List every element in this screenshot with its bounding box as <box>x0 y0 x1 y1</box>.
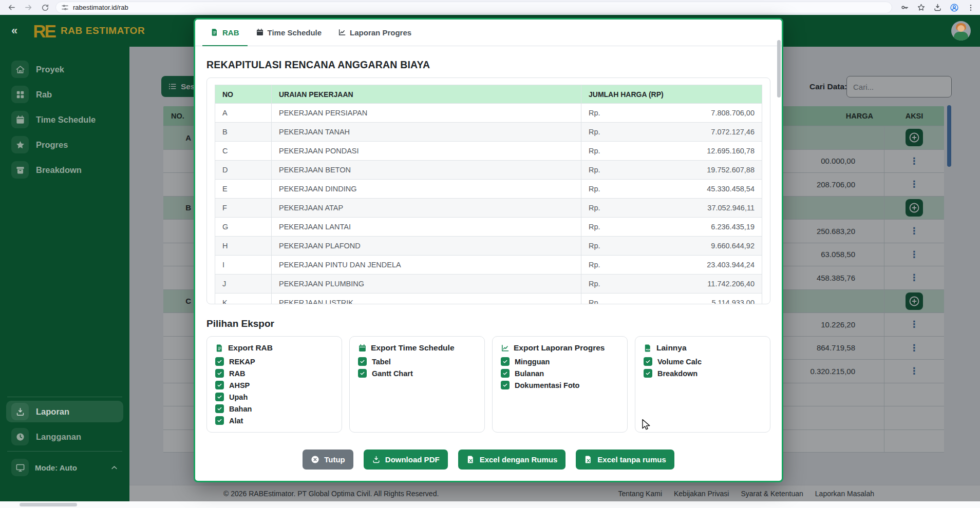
checkbox-checked[interactable] <box>215 393 224 401</box>
checkbox-checked[interactable] <box>215 381 224 389</box>
export-option-alat[interactable]: Alat <box>215 416 333 425</box>
checkbox-checked[interactable] <box>501 369 510 378</box>
reload-icon[interactable] <box>41 4 49 12</box>
export-modal: RABTime ScheduleLaporan Progres REKAPITU… <box>194 18 783 482</box>
rekap-no: G <box>215 218 272 237</box>
checkbox-checked[interactable] <box>215 369 224 378</box>
rekap-uraian: PEKERJAAN PERSIAPAN <box>272 104 581 123</box>
export-option-dokumentasi-foto[interactable]: Dokumentasi Foto <box>501 381 619 389</box>
app-logo: RE RAB ESTIMATOR <box>33 22 145 40</box>
export-option-gantt-chart[interactable]: Gantt Chart <box>358 369 476 378</box>
checkbox-checked[interactable] <box>215 416 224 425</box>
excel-dengan-rumus-button[interactable]: Excel dengan Rumus <box>458 450 566 470</box>
checkbox-checked[interactable] <box>358 369 367 378</box>
checkbox-checked[interactable] <box>501 357 510 366</box>
checkbox-checked[interactable] <box>644 357 652 366</box>
tab-time-schedule[interactable]: Time Schedule <box>248 19 330 46</box>
sidebar-item-progres[interactable]: Progres <box>6 134 123 155</box>
sidebar-item-rab[interactable]: Rab <box>6 84 123 105</box>
export-option-rab[interactable]: RAB <box>215 369 333 378</box>
rekap-row: BPEKERJAAN TANAHRp.7.072.127,46 <box>215 123 762 142</box>
user-avatar[interactable] <box>951 21 971 41</box>
checkbox-checked[interactable] <box>215 357 224 366</box>
calendar-green-icon <box>358 344 367 353</box>
tab-laporan-progres[interactable]: Laporan Progres <box>330 19 420 46</box>
horizontal-scrollbar-thumb[interactable] <box>20 503 77 506</box>
export-option-upah[interactable]: Upah <box>215 393 333 401</box>
star-icon <box>15 140 25 150</box>
chart-green-icon <box>501 344 510 353</box>
check-icon <box>217 418 222 423</box>
export-card-lainnya: PDFLainnyaVolume CalcBreakdown <box>635 336 770 433</box>
checkbox-checked[interactable] <box>644 369 652 378</box>
rekap-uraian: PEKERJAAN ATAP <box>272 199 581 218</box>
option-label: AHSP <box>229 381 250 389</box>
forward-icon[interactable] <box>24 3 33 12</box>
sidebar-collapse-icon[interactable]: « <box>11 25 17 36</box>
site-settings-icon[interactable] <box>61 4 69 11</box>
password-key-icon[interactable] <box>900 3 909 12</box>
checkbox-checked[interactable] <box>358 357 367 366</box>
export-option-rekap[interactable]: REKAP <box>215 357 333 366</box>
rekap-jumlah: Rp.12.695.160,78 <box>581 142 762 161</box>
check-icon <box>217 394 222 400</box>
sidebar-item-langganan[interactable]: Langganan <box>6 426 123 447</box>
checkbox-checked[interactable] <box>215 404 224 413</box>
sidebar: ProyekRabTime ScheduleProgresBreakdown L… <box>0 47 129 501</box>
check-icon <box>360 370 365 376</box>
option-label: Breakdown <box>657 369 698 378</box>
sidebar-item-time-schedule[interactable]: Time Schedule <box>6 109 123 130</box>
x-circle-icon <box>311 455 319 464</box>
rekap-no: H <box>215 237 272 256</box>
rekap-no: D <box>215 161 272 180</box>
address-bar[interactable]: rabestimator.id/rab <box>55 2 892 13</box>
modal-scrollbar-thumb[interactable] <box>777 40 781 97</box>
tutup-button[interactable]: Tutup <box>303 450 353 470</box>
tab-rab[interactable]: RAB <box>202 19 248 46</box>
export-option-volume-calc[interactable]: Volume Calc <box>644 357 762 366</box>
check-icon <box>217 382 222 388</box>
option-label: Bahan <box>229 405 252 413</box>
rekap-jumlah: Rp.5.114.933,00 <box>581 294 762 305</box>
rekap-row: KPEKERJAAN LISTRIKRp.5.114.933,00 <box>215 294 762 305</box>
button-label: Tutup <box>324 455 345 464</box>
option-label: Bulanan <box>515 369 544 378</box>
bookmark-star-icon[interactable] <box>917 3 926 12</box>
rekap-row: HPEKERJAAN PLAFONDRp.9.660.644,92 <box>215 237 762 256</box>
browser-menu-icon[interactable] <box>967 4 975 12</box>
export-option-breakdown[interactable]: Breakdown <box>644 369 762 378</box>
button-label: Excel dengan Rumus <box>480 455 558 464</box>
sidebar-item-label: Progres <box>36 140 68 150</box>
rekap-no: K <box>215 294 272 305</box>
export-option-ahsp[interactable]: AHSP <box>215 381 333 389</box>
export-card-title: PDFLainnya <box>644 343 762 353</box>
export-option-tabel[interactable]: Tabel <box>358 357 476 366</box>
excel-icon <box>466 455 475 464</box>
export-option-bahan[interactable]: Bahan <box>215 404 333 413</box>
sidebar-divider <box>7 397 122 397</box>
rekap-row: FPEKERJAAN ATAPRp.37.052.946,11 <box>215 199 762 218</box>
export-option-bulanan[interactable]: Bulanan <box>501 369 619 378</box>
sidebar-item-proyek[interactable]: Proyek <box>6 58 123 80</box>
export-option-mingguan[interactable]: Mingguan <box>501 357 619 366</box>
download-pdf-button[interactable]: Download PDF <box>364 450 448 470</box>
check-icon <box>360 359 365 364</box>
tab-label: Time Schedule <box>268 28 322 37</box>
option-label: Mingguan <box>515 358 550 366</box>
rekap-col-uraian: URAIAN PEKERJAAN <box>272 85 581 104</box>
excel-tanpa-rumus-button[interactable]: Excel tanpa rumus <box>576 450 674 470</box>
checkbox-checked[interactable] <box>501 381 510 389</box>
url-text[interactable]: rabestimator.id/rab <box>73 4 128 11</box>
downloads-icon[interactable] <box>933 3 942 12</box>
sidebar-item-laporan[interactable]: Laporan <box>6 401 123 422</box>
rekap-uraian: PEKERJAAN PONDASI <box>272 142 581 161</box>
export-card-title: Export Laporan Progres <box>501 343 619 353</box>
rekap-no: I <box>215 256 272 275</box>
export-cards: Export RABREKAPRABAHSPUpahBahanAlatExpor… <box>206 336 770 433</box>
sidebar-mode-toggle[interactable]: Mode: Auto <box>6 457 123 478</box>
calendar-icon <box>15 115 25 125</box>
back-icon[interactable] <box>7 3 16 12</box>
calendar-dark-icon <box>256 28 264 36</box>
sidebar-item-breakdown[interactable]: Breakdown <box>6 159 123 181</box>
profile-icon[interactable] <box>950 3 959 12</box>
